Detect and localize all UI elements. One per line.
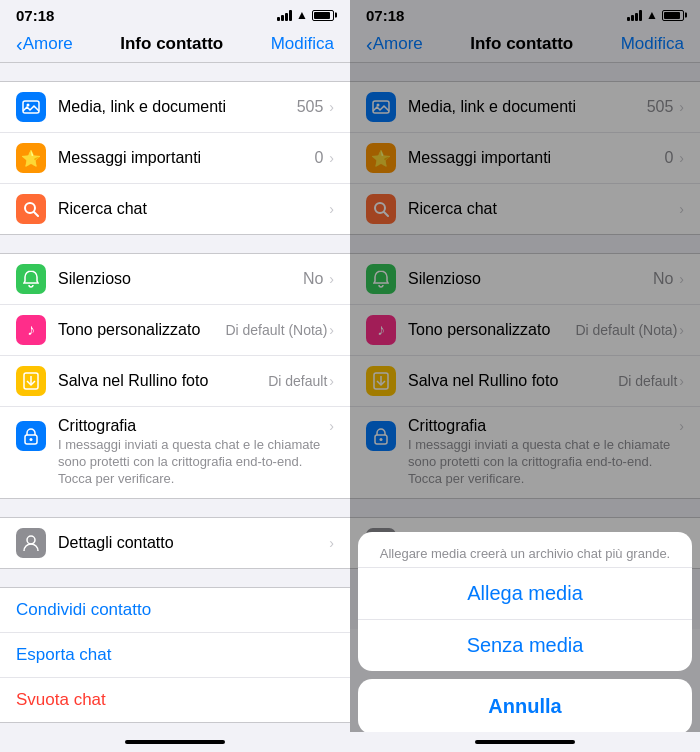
svg-rect-0 xyxy=(23,101,39,113)
edit-button-left[interactable]: Modifica xyxy=(271,34,334,54)
cancel-button[interactable]: Annulla xyxy=(358,679,692,734)
back-label-left: Amore xyxy=(23,34,73,54)
export-button[interactable]: Esporta chat xyxy=(0,633,350,678)
item-content: Ricerca chat › xyxy=(58,200,334,218)
bell-icon xyxy=(16,264,46,294)
list-item-crypto[interactable]: Crittografia › I messaggi inviati a ques… xyxy=(0,407,350,498)
home-bar xyxy=(125,740,225,744)
wifi-icon: ▲ xyxy=(296,8,308,22)
item-content: Crittografia › I messaggi inviati a ques… xyxy=(58,417,334,488)
download-icon xyxy=(16,366,46,396)
group-blue-actions: Condividi contatto Esporta chat Svuota c… xyxy=(0,587,350,723)
list-item[interactable]: ♪ Tono personalizzato Di default (Nota) … xyxy=(0,305,350,356)
home-indicator-right xyxy=(350,732,700,752)
list-item[interactable]: Ricerca chat › xyxy=(0,184,350,234)
action-label: Esporta chat xyxy=(16,645,111,665)
chevron-icon: › xyxy=(329,373,334,389)
item-label: Messaggi importanti xyxy=(58,149,201,167)
group-settings: Silenzioso No › ♪ Tono personalizzato xyxy=(0,253,350,499)
no-media-button[interactable]: Senza media xyxy=(358,620,692,671)
chevron-icon: › xyxy=(329,271,334,287)
nav-title-left: Info contatto xyxy=(120,34,223,54)
signal-icon xyxy=(277,9,292,21)
item-label: Crittografia xyxy=(58,417,136,435)
item-label: Tono personalizzato xyxy=(58,321,200,339)
content-left: Media, link e documenti 505 › ⭐ Messaggi… xyxy=(0,63,350,732)
share-button[interactable]: Condividi contatto xyxy=(0,588,350,633)
home-indicator xyxy=(0,732,350,752)
chevron-icon: › xyxy=(329,99,334,115)
status-icons-left: ▲ xyxy=(277,8,334,22)
item-content: Dettagli contatto › xyxy=(58,534,334,552)
group-media: Media, link e documenti 505 › ⭐ Messaggi… xyxy=(0,81,350,235)
item-content: Media, link e documenti 505 › xyxy=(58,98,334,116)
item-content: Tono personalizzato Di default (Nota) › xyxy=(58,321,334,339)
action-sheet-main: Allegare media creerà un archivio chat p… xyxy=(358,532,692,671)
list-item[interactable]: Silenzioso No › xyxy=(0,254,350,305)
list-item[interactable]: Dettagli contatto › xyxy=(0,518,350,568)
svg-point-7 xyxy=(30,438,33,441)
action-sheet-title: Allegare media creerà un archivio chat p… xyxy=(358,532,692,568)
item-label: Silenzioso xyxy=(58,270,131,288)
item-value: Di default xyxy=(268,373,327,389)
attach-media-button[interactable]: Allega media xyxy=(358,568,692,620)
item-label: Media, link e documenti xyxy=(58,98,226,116)
item-sub: I messaggi inviati a questa chat e le ch… xyxy=(58,437,334,488)
item-value: 0 xyxy=(314,149,323,167)
item-value: 505 xyxy=(297,98,324,116)
chevron-icon: › xyxy=(329,418,334,434)
search-icon xyxy=(16,194,46,224)
item-label: Ricerca chat xyxy=(58,200,147,218)
right-panel: 07:18 ▲ ‹ Amore Info contatto Modifica xyxy=(350,0,700,752)
nav-bar-left: ‹ Amore Info contatto Modifica xyxy=(0,28,350,63)
star-icon: ⭐ xyxy=(16,143,46,173)
item-value: Di default (Nota) xyxy=(225,322,327,338)
chevron-icon: › xyxy=(329,535,334,551)
home-bar-right xyxy=(475,740,575,744)
back-button-left[interactable]: ‹ Amore xyxy=(16,34,73,54)
svg-line-3 xyxy=(34,212,38,216)
svg-point-8 xyxy=(27,536,35,544)
status-bar-left: 07:18 ▲ xyxy=(0,0,350,28)
action-label: Condividi contatto xyxy=(16,600,151,620)
item-content: Messaggi importanti 0 › xyxy=(58,149,334,167)
action-label: Svuota chat xyxy=(16,690,106,710)
list-item[interactable]: Salva nel Rullino foto Di default › xyxy=(0,356,350,407)
list-item[interactable]: ⭐ Messaggi importanti 0 › xyxy=(0,133,350,184)
chevron-icon: › xyxy=(329,201,334,217)
chevron-icon: › xyxy=(329,150,334,166)
left-panel: 07:18 ▲ ‹ Amore Info contatto Modifica xyxy=(0,0,350,752)
music-icon: ♪ xyxy=(16,315,46,345)
media-icon xyxy=(16,92,46,122)
back-arrow-icon: ‹ xyxy=(16,34,23,54)
action-sheet: Allegare media creerà un archivio chat p… xyxy=(350,532,700,742)
list-item[interactable]: Media, link e documenti 505 › xyxy=(0,82,350,133)
item-label: Salva nel Rullino foto xyxy=(58,372,208,390)
clear-button[interactable]: Svuota chat xyxy=(0,678,350,722)
status-time-left: 07:18 xyxy=(16,7,54,24)
item-content: Silenzioso No › xyxy=(58,270,334,288)
group-contact: Dettagli contatto › xyxy=(0,517,350,569)
chevron-icon: › xyxy=(329,322,334,338)
lock-icon xyxy=(16,421,46,451)
item-label: Dettagli contatto xyxy=(58,534,174,552)
item-value: No xyxy=(303,270,323,288)
item-content: Salva nel Rullino foto Di default › xyxy=(58,372,334,390)
person-icon xyxy=(16,528,46,558)
battery-icon xyxy=(312,10,334,21)
overlay-backdrop[interactable]: Allegare media creerà un archivio chat p… xyxy=(350,0,700,752)
